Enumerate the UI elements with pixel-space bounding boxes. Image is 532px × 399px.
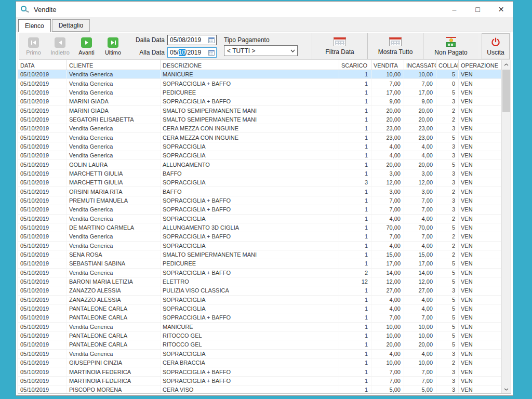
table-row[interactable]: 05/10/2019Vendita GenericaSOPRACCIGLIA14… <box>18 215 501 223</box>
table-row[interactable]: 05/10/2019MARCHETTI GIULIASOPRACCIGLIA31… <box>18 178 501 187</box>
table-cell: VEN <box>459 223 501 232</box>
table-row[interactable]: 05/10/2019MARTINOIA FEDERICASOPRACCIGLIA… <box>18 367 501 376</box>
table-cell: PANTALEONE CARLA <box>67 304 161 313</box>
table-row[interactable]: 05/10/2019Vendita GenericaSOPRACCIGLIA14… <box>18 151 501 160</box>
table-row[interactable]: 05/10/2019Vendita GenericaMANICURE110,00… <box>18 70 501 79</box>
table-row[interactable]: 05/10/2019Vendita GenericaMANICURE110,00… <box>18 323 501 331</box>
table-row[interactable]: 05/10/2019DE MARTINO CARMELAALLUNGAMENTO… <box>18 223 501 232</box>
column-header-operazione[interactable]: OPERAZIONE <box>459 60 501 70</box>
table-cell: VEN <box>459 323 501 331</box>
table-cell: PREMUTI EMANUELA <box>67 196 161 205</box>
table-cell: GIUSEPPINI CINZIA <box>67 358 161 367</box>
calendar-icon <box>208 50 215 56</box>
filter-date-button[interactable]: Filtra Data <box>312 33 367 59</box>
column-header-vendita[interactable]: VENDITA <box>371 60 404 70</box>
scroll-down-icon[interactable] <box>502 385 511 393</box>
table-cell: SOPRACCIGLIA + BAFFO <box>161 377 339 385</box>
payment-type-select[interactable]: < TUTTI > <box>224 45 298 56</box>
table-row[interactable]: 05/10/2019Vendita GenericaSOPRACCIGLIA +… <box>18 205 501 214</box>
table-cell: 05/10/2019 <box>18 242 67 250</box>
column-header-cliente[interactable]: CLIENTE <box>67 60 161 70</box>
table-row[interactable]: 05/10/2019Vendita GenericaCERA MEZZA CON… <box>18 133 501 142</box>
table-cell: VEN <box>459 385 501 393</box>
table-cell: CERA MEZZA CON INGUINE <box>161 124 339 132</box>
app-icon <box>20 5 30 14</box>
table-row[interactable]: 05/10/2019ZANAZZO ALESSIASOPRACCIGLIA14,… <box>18 296 501 304</box>
table-cell: VEN <box>459 358 501 367</box>
table-row[interactable]: 05/10/2019MARTINOIA FEDERICASOPRACCIGLIA… <box>18 377 501 385</box>
table-row[interactable]: 05/10/2019Vendita GenericaSOPRACCIGLIA +… <box>18 79 501 88</box>
table-row[interactable]: 05/10/2019GOLIN LAURAALLUNGAMENTO120,002… <box>18 160 501 169</box>
scroll-up-icon[interactable] <box>502 60 511 69</box>
table-row[interactable]: 05/10/2019Vendita GenericaSOPRACCIGLIA14… <box>18 350 501 358</box>
table-cell: 27,00 <box>404 286 436 295</box>
table-row[interactable]: 05/10/2019MARINI GIADASOPRACCIGLIA + BAF… <box>18 97 501 106</box>
table-row[interactable]: 05/10/2019PANTALEONE CARLASOPRACCIGLIA14… <box>18 304 501 313</box>
not-paid-button[interactable]: Non Pagato <box>423 33 478 59</box>
chevron-down-icon <box>290 49 295 52</box>
from-date-input[interactable]: 05/08/2019 <box>167 35 217 45</box>
table-cell: VEN <box>459 169 501 178</box>
maximize-button[interactable]: □ <box>466 2 489 17</box>
table-cell: ELETTRO <box>161 277 339 286</box>
table-row[interactable]: 05/10/2019MARCHETTI GIULIABAFFO13,003,00… <box>18 169 501 178</box>
calendar-icon <box>208 37 215 43</box>
table-cell: 5,00 <box>371 385 404 393</box>
table-row[interactable]: 05/10/2019PANTALEONE CARLARITOCCO GEL110… <box>18 331 501 340</box>
vertical-scrollbar[interactable] <box>501 60 511 393</box>
table-cell: PEDICUREE <box>161 259 339 268</box>
table-cell: VEN <box>459 367 501 376</box>
show-all-button[interactable]: Mostra Tutto <box>367 33 423 59</box>
table-row[interactable]: 05/10/2019ORSINI MARIA RITABAFFO13,003,0… <box>18 187 501 196</box>
table-row[interactable]: 05/10/2019Vendita GenericaSOPRACCIGLIA +… <box>18 269 501 277</box>
table-cell: SEGATORI ELISABETTA <box>67 115 161 124</box>
first-record-button[interactable]: Primo <box>20 35 47 58</box>
tab-page: Primo Indietro Avanti <box>18 32 511 394</box>
last-record-button[interactable]: Ultimo <box>100 35 126 58</box>
tab-elenco[interactable]: Elenco <box>18 19 51 32</box>
table-row[interactable]: 05/10/2019PISCOPO MORENACERA VISO15,005,… <box>18 385 501 393</box>
table-cell: 4,00 <box>404 215 436 223</box>
table-row[interactable]: 05/10/2019MARINI GIADASMALTO SEMIPERMANE… <box>18 106 501 115</box>
next-record-button[interactable]: Avanti <box>73 35 100 58</box>
column-header-collab[interactable]: COLLAB <box>436 60 459 70</box>
table-cell: 05/10/2019 <box>18 196 67 205</box>
table-row[interactable]: 05/10/2019Vendita GenericaSOPRACCIGLIA14… <box>18 242 501 250</box>
column-header-incassato[interactable]: INCASSATO <box>404 60 436 70</box>
minimize-button[interactable]: – <box>443 2 466 17</box>
table-row[interactable]: 05/10/2019Vendita GenericaPEDICUREE117,0… <box>18 88 501 97</box>
table-cell: PANTALEONE CARLA <box>67 331 161 340</box>
table-cell: 10,00 <box>371 331 404 340</box>
from-date-calendar-button[interactable] <box>207 35 216 45</box>
table-row[interactable]: 05/10/2019Vendita GenericaSOPRACCIGLIA14… <box>18 142 501 151</box>
tab-dettaglio[interactable]: Dettaglio <box>52 19 90 32</box>
exit-button[interactable]: Uscita <box>482 33 510 59</box>
table-cell: 5 <box>436 304 459 313</box>
table-body: 05/10/2019Vendita GenericaMANICURE110,00… <box>18 70 501 393</box>
table-cell: 2 <box>436 106 459 114</box>
table-row[interactable]: 05/10/2019SEBASTIANI SABINAPEDICUREE117,… <box>18 259 501 268</box>
table-row[interactable]: 05/10/2019SENA ROSASMALTO SEMIPERMANENTE… <box>18 250 501 259</box>
previous-record-button[interactable]: Indietro <box>47 35 73 58</box>
column-header-data[interactable]: DATA <box>18 60 67 70</box>
to-date-label: Alla Data <box>132 49 165 56</box>
table-row[interactable]: 05/10/2019PANTALEONE CARLARITOCCO GEL120… <box>18 340 501 349</box>
table-row[interactable]: 05/10/2019PREMUTI EMANUELASOPRACCIGLIA +… <box>18 196 501 205</box>
table-row[interactable]: 05/10/2019ZANAZZO ALESSIAPULIZIA VISO CL… <box>18 286 501 295</box>
close-button[interactable]: ✕ <box>489 2 513 17</box>
table-row[interactable]: 05/10/2019Vendita GenericaSOPRACCIGLIA +… <box>18 232 501 241</box>
scrollbar-thumb[interactable] <box>502 70 510 112</box>
table-cell: 05/10/2019 <box>18 215 67 223</box>
to-date-calendar-button[interactable] <box>207 48 216 57</box>
table-row[interactable]: 05/10/2019SEGATORI ELISABETTASMALTO SEMI… <box>18 115 501 124</box>
table-cell: 5 <box>436 269 459 277</box>
column-header-scarico[interactable]: SCARICO <box>339 60 371 70</box>
to-date-input[interactable]: 05/10/2019 <box>167 47 217 58</box>
table-row[interactable]: 05/10/2019Vendita GenericaCERA MEZZA CON… <box>18 124 501 133</box>
last-record-label: Ultimo <box>105 49 121 56</box>
table-cell: 05/10/2019 <box>18 205 67 214</box>
table-row[interactable]: 05/10/2019GIUSEPPINI CINZIACERA BRACCIA1… <box>18 358 501 367</box>
table-row[interactable]: 05/10/2019PANTALEONE CARLASOPRACCIGLIA +… <box>18 313 501 322</box>
column-header-descrizione[interactable]: DESCRIZIONE <box>161 60 339 70</box>
table-row[interactable]: 05/10/2019BARONI MARIA LETIZIAELETTRO121… <box>18 277 501 286</box>
